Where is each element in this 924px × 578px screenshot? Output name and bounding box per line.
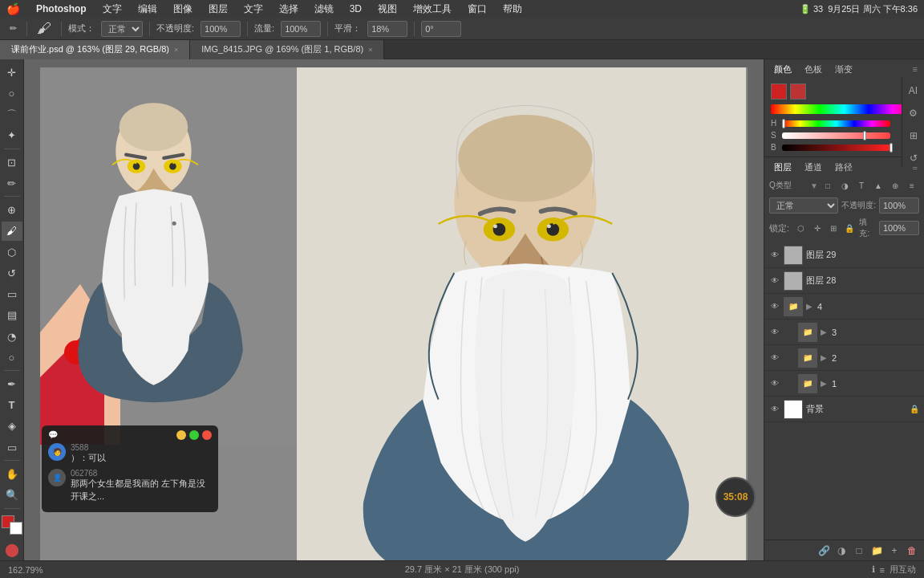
document-2[interactable]: 松海 #158&3831	[297, 67, 746, 560]
lock-pixel-btn[interactable]: ⬡	[794, 221, 807, 235]
slider-b-track[interactable]	[782, 144, 890, 151]
menu-zengxiao[interactable]: 增效工具	[410, 2, 455, 16]
tab-paths[interactable]: 路径	[832, 160, 856, 175]
add-layer-btn[interactable]: +	[887, 543, 902, 558]
layers-icon[interactable]: ⊞	[905, 127, 922, 144]
blend-mode-select[interactable]: 正常	[101, 21, 143, 37]
apple-menu[interactable]: 🍎	[6, 2, 20, 15]
opacity-input[interactable]	[201, 21, 241, 37]
lock-all-btn[interactable]: 🔒	[843, 221, 856, 235]
smooth-input[interactable]	[367, 21, 407, 37]
layer-item-group4[interactable]: 👁 📁 ▶ 4	[764, 294, 924, 320]
layer-item-group2[interactable]: 👁 📁 ▶ 2	[764, 345, 924, 371]
layer-eye-g4[interactable]: 👁	[769, 301, 780, 312]
add-adjustment-btn[interactable]: ◑	[834, 543, 849, 558]
chat-minimize[interactable]	[176, 430, 186, 440]
menu-bianji[interactable]: 编辑	[135, 2, 160, 16]
color-spectrum[interactable]	[771, 104, 918, 114]
tool-rectangle[interactable]: ▭	[2, 438, 22, 457]
add-group-btn[interactable]: 📁	[869, 543, 884, 558]
shape-filter[interactable]: ▲	[871, 178, 886, 193]
canvas-area[interactable]: 松海 #158&3831	[24, 59, 764, 560]
history-icon[interactable]: ↺	[905, 149, 922, 167]
adjustment-filter[interactable]: ◑	[837, 178, 852, 193]
layer-filter-icon[interactable]: ▼	[810, 181, 818, 190]
brush-preset[interactable]: 🖌	[34, 19, 55, 38]
tool-eraser[interactable]: ▭	[2, 284, 22, 303]
ai-icon[interactable]: AI	[905, 82, 922, 100]
tab-layers[interactable]: 图层	[771, 160, 795, 175]
bg-swatch[interactable]	[790, 83, 806, 100]
layer-eye-g3[interactable]: 👁	[769, 327, 780, 338]
fill-input[interactable]	[879, 221, 919, 235]
tool-lasso[interactable]: ⌒	[2, 105, 22, 124]
pixel-filter[interactable]: □	[821, 178, 835, 193]
layer-item-28[interactable]: 👁 图层 28	[764, 268, 924, 294]
layer-opacity-input[interactable]	[879, 197, 919, 214]
tool-gradient[interactable]: ▤	[2, 306, 22, 325]
layer-expand-g2[interactable]: ▶	[821, 353, 827, 362]
menu-chuangkou[interactable]: 窗口	[464, 2, 490, 16]
tab-swatches[interactable]: 色板	[801, 62, 825, 77]
layer-item-group1[interactable]: 👁 📁 ▶ 1	[764, 371, 924, 397]
tab-1-close[interactable]: ×	[174, 46, 178, 54]
layer-eye-28[interactable]: 👁	[769, 275, 780, 287]
layer-expand-g4[interactable]: ▶	[806, 302, 813, 311]
angle-input[interactable]	[421, 21, 461, 37]
menu-lujing[interactable]: 滤镜	[311, 2, 337, 16]
menu-shitu[interactable]: 视图	[375, 2, 400, 16]
layer-eye-g2[interactable]: 👁	[769, 352, 780, 364]
tab-1[interactable]: 课前作业.psd @ 163% (图层 29, RGB/8) ×	[0, 40, 190, 59]
tab-2[interactable]: IMG_8415.JPG @ 169% (图层 1, RGB/8) ×	[190, 40, 384, 59]
layer-eye-bg[interactable]: 👁	[769, 404, 780, 415]
quick-mask[interactable]: ⬤	[2, 539, 22, 560]
menu-xuanze[interactable]: 选择	[276, 2, 302, 16]
panel-menu-icon[interactable]: ≡	[913, 64, 918, 74]
menu-3d[interactable]: 3D	[346, 3, 365, 14]
layer-eye-g1[interactable]: 👁	[769, 378, 780, 389]
tool-stamp[interactable]: ⬡	[2, 242, 22, 262]
lock-pos-btn[interactable]: ✛	[810, 221, 823, 235]
background-color[interactable]	[10, 522, 22, 535]
tool-preset[interactable]: ✏	[6, 22, 20, 35]
flow-input[interactable]	[281, 21, 321, 37]
text-filter[interactable]: T	[854, 178, 869, 193]
tool-zoom[interactable]: 🔍	[2, 486, 22, 505]
timer-circle[interactable]: 35:08	[715, 477, 756, 517]
tool-pen[interactable]: ✒	[2, 374, 22, 393]
status-info-btn[interactable]: ℹ	[872, 564, 875, 575]
lock-artboard-btn[interactable]: ⊞	[827, 221, 840, 235]
slider-h-track[interactable]	[782, 120, 890, 127]
tab-2-close[interactable]: ×	[368, 46, 372, 54]
status-view-btn[interactable]: ≡	[880, 565, 885, 575]
app-name[interactable]: Photoshop	[33, 3, 90, 14]
slider-s-track[interactable]	[782, 132, 890, 139]
tool-history-brush[interactable]: ↺	[2, 263, 22, 283]
tool-move[interactable]: ✛	[2, 63, 22, 82]
layer-eye-29[interactable]: 👁	[769, 250, 780, 261]
tool-path-select[interactable]: ◈	[2, 417, 22, 436]
tool-eyedropper[interactable]: ✏	[2, 173, 22, 193]
layer-item-29[interactable]: 👁 图层 29	[764, 242, 924, 268]
tab-color[interactable]: 颜色	[771, 62, 795, 77]
tab-channels[interactable]: 通道	[801, 160, 825, 175]
tool-text[interactable]: T	[2, 396, 22, 415]
layer-item-group3[interactable]: 👁 📁 ▶ 3	[764, 320, 924, 345]
menu-wenzi[interactable]: 文字	[99, 2, 125, 16]
add-link-btn[interactable]: 🔗	[817, 543, 831, 558]
layer-expand-g1[interactable]: ▶	[821, 379, 827, 388]
delete-layer-btn[interactable]: 🗑	[905, 543, 919, 558]
menu-wenzi2[interactable]: 文字	[241, 2, 266, 16]
smart-filter[interactable]: ⊕	[888, 178, 902, 193]
layer-item-bg[interactable]: 👁 背景 🔒	[764, 397, 924, 422]
tool-crop[interactable]: ⊡	[2, 153, 22, 172]
document-1[interactable]	[40, 67, 297, 445]
menu-tuceng[interactable]: 图层	[205, 2, 231, 16]
chat-expand[interactable]	[189, 430, 199, 440]
menu-bangzhu[interactable]: 帮助	[500, 2, 525, 16]
add-mask-btn[interactable]: □	[852, 543, 866, 558]
tool-ellipse-select[interactable]: ○	[2, 83, 22, 103]
filter-toggle[interactable]: ≡	[905, 178, 919, 193]
tool-magic-wand[interactable]: ✦	[2, 126, 22, 145]
tool-hand[interactable]: ✋	[2, 464, 22, 483]
